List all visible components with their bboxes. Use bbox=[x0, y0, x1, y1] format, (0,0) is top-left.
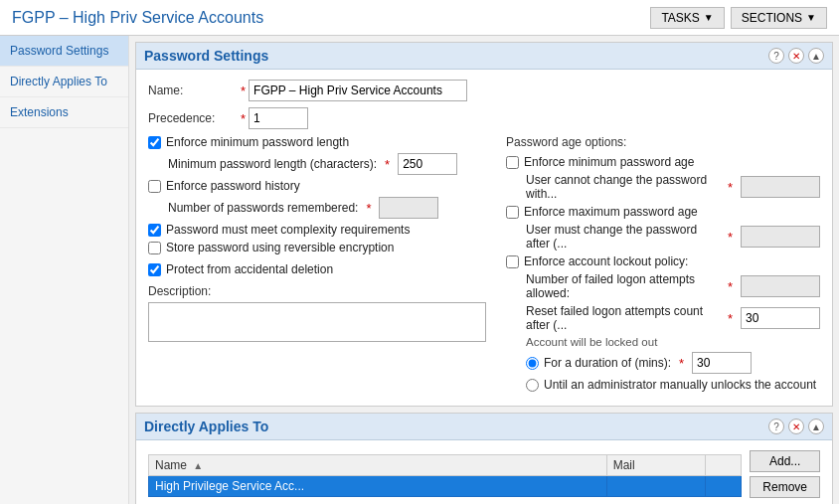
reset-failed-row: Reset failed logon attempts count after … bbox=[526, 304, 820, 332]
max-age-checkbox[interactable] bbox=[506, 206, 519, 219]
duration-radio[interactable] bbox=[526, 357, 539, 370]
password-settings-panel: Password Settings ? ✕ ▲ Name: * Preceden… bbox=[135, 42, 833, 407]
panel-header-icons: ? ✕ ▲ bbox=[768, 48, 824, 64]
directly-applies-to-body: Name ▲ Mail bbox=[136, 440, 832, 504]
protect-deletion-checkbox[interactable] bbox=[148, 263, 161, 276]
sidebar-item-password-settings[interactable]: Password Settings bbox=[0, 36, 128, 67]
sidebar-item-directly-applies-to[interactable]: Directly Applies To bbox=[0, 67, 128, 97]
enforce-min-length-checkbox[interactable] bbox=[148, 136, 161, 149]
two-col-layout: Enforce minimum password length Minimum … bbox=[148, 135, 820, 396]
min-length-label: Minimum password length (characters): bbox=[168, 157, 377, 171]
page-title: FGPP – High Priv Service Accounts bbox=[12, 9, 263, 27]
user-must-star: * bbox=[728, 230, 733, 245]
table-row[interactable]: High Privilege Service Acc... bbox=[149, 476, 742, 497]
user-must-change-input[interactable] bbox=[741, 226, 820, 248]
account-locked-label: Account will be locked out bbox=[526, 336, 820, 348]
max-age-row: Enforce maximum password age bbox=[506, 205, 820, 219]
enforce-history-checkbox[interactable] bbox=[148, 180, 161, 193]
complexity-label: Password must meet complexity requiremen… bbox=[166, 223, 410, 237]
min-age-row: Enforce minimum password age bbox=[506, 155, 820, 169]
enforce-min-length-label: Enforce minimum password length bbox=[166, 135, 349, 149]
reversible-checkbox[interactable] bbox=[148, 242, 161, 254]
min-length-input[interactable] bbox=[398, 153, 457, 175]
min-age-label: Enforce minimum password age bbox=[524, 155, 694, 169]
close-icon[interactable]: ✕ bbox=[788, 48, 804, 64]
duration-input[interactable] bbox=[692, 352, 752, 374]
top-bar-actions: TASKS ▼ SECTIONS ▼ bbox=[650, 7, 827, 29]
failed-logon-label: Number of failed logon attempts allowed: bbox=[526, 272, 720, 300]
help-icon[interactable]: ? bbox=[768, 48, 784, 64]
sidebar-item-extensions[interactable]: Extensions bbox=[0, 97, 128, 128]
name-required-star: * bbox=[241, 84, 246, 98]
dat-table-wrap: Name ▲ Mail bbox=[148, 450, 742, 497]
add-button[interactable]: Add... bbox=[750, 450, 820, 472]
passwords-remembered-input[interactable] bbox=[379, 197, 438, 219]
user-must-change-label: User must change the password after (... bbox=[526, 223, 720, 251]
collapse-icon[interactable]: ▲ bbox=[808, 48, 824, 64]
tasks-chevron-icon: ▼ bbox=[704, 12, 714, 23]
dat-table: Name ▲ Mail bbox=[148, 454, 742, 497]
precedence-required-star: * bbox=[241, 111, 246, 126]
reset-failed-star: * bbox=[728, 311, 733, 326]
until-admin-radio[interactable] bbox=[526, 379, 539, 392]
name-row: Name: * bbox=[148, 80, 820, 101]
complexity-row: Password must meet complexity requiremen… bbox=[148, 223, 486, 237]
dat-action-buttons: Add... Remove bbox=[750, 450, 820, 498]
reset-failed-label: Reset failed logon attempts count after … bbox=[526, 304, 720, 332]
enforce-min-length-row: Enforce minimum password length bbox=[148, 135, 486, 149]
dat-panel-header-icons: ? ✕ ▲ bbox=[768, 419, 824, 434]
col-name-header[interactable]: Name ▲ bbox=[149, 455, 607, 476]
password-age-title: Password age options: bbox=[506, 135, 820, 149]
user-cannot-change-input[interactable] bbox=[741, 176, 820, 198]
min-length-required-star: * bbox=[385, 157, 390, 172]
name-input[interactable] bbox=[249, 80, 467, 101]
account-lockout-checkbox[interactable] bbox=[506, 255, 519, 268]
dat-content: Name ▲ Mail bbox=[148, 450, 820, 498]
user-cannot-star: * bbox=[728, 180, 733, 195]
protect-deletion-row: Protect from accidental deletion bbox=[148, 262, 486, 276]
col-name-label: Name bbox=[155, 458, 187, 472]
sections-button[interactable]: SECTIONS ▼ bbox=[731, 7, 827, 29]
content-area: Password Settings ? ✕ ▲ Name: * Preceden… bbox=[129, 36, 839, 504]
description-textarea[interactable] bbox=[148, 302, 486, 342]
reset-failed-input[interactable] bbox=[741, 307, 820, 329]
password-settings-title: Password Settings bbox=[144, 48, 268, 64]
enforce-history-label: Enforce password history bbox=[166, 179, 300, 193]
col-empty-header bbox=[705, 455, 742, 476]
directly-applies-to-header: Directly Applies To ? ✕ ▲ bbox=[136, 414, 832, 440]
user-cannot-change-row: User cannot change the password with... … bbox=[526, 173, 820, 201]
precedence-row: Precedence: * bbox=[148, 107, 820, 129]
col-mail-label: Mail bbox=[613, 458, 635, 472]
tasks-button[interactable]: TASKS ▼ bbox=[650, 7, 724, 29]
min-length-value-row: Minimum password length (characters): * bbox=[168, 153, 486, 175]
precedence-label: Precedence: bbox=[148, 111, 238, 125]
failed-logon-star: * bbox=[728, 279, 733, 294]
dat-collapse-icon[interactable]: ▲ bbox=[808, 419, 824, 434]
sections-label: SECTIONS bbox=[742, 11, 802, 25]
precedence-input[interactable] bbox=[249, 107, 308, 129]
complexity-checkbox[interactable] bbox=[148, 224, 161, 237]
description-label: Description: bbox=[148, 284, 486, 298]
until-admin-label: Until an administrator manually unlocks … bbox=[544, 378, 816, 392]
min-age-checkbox[interactable] bbox=[506, 156, 519, 169]
col-mail-header[interactable]: Mail bbox=[606, 455, 705, 476]
max-age-label: Enforce maximum password age bbox=[524, 205, 698, 219]
passwords-remembered-row: Number of passwords remembered: * bbox=[168, 197, 486, 219]
duration-row: For a duration of (mins): * bbox=[526, 352, 820, 374]
top-bar: FGPP – High Priv Service Accounts TASKS … bbox=[0, 0, 839, 36]
row-empty-cell bbox=[705, 476, 742, 497]
left-column: Enforce minimum password length Minimum … bbox=[148, 135, 486, 396]
enforce-history-row: Enforce password history bbox=[148, 179, 486, 193]
sort-arrow-icon: ▲ bbox=[193, 460, 203, 471]
dat-help-icon[interactable]: ? bbox=[768, 419, 784, 434]
right-column: Password age options: Enforce minimum pa… bbox=[506, 135, 820, 396]
account-lockout-label: Enforce account lockout policy: bbox=[524, 254, 688, 268]
password-settings-header: Password Settings ? ✕ ▲ bbox=[136, 43, 832, 70]
dat-close-icon[interactable]: ✕ bbox=[788, 419, 804, 434]
directly-applies-to-title: Directly Applies To bbox=[144, 419, 268, 434]
remove-button[interactable]: Remove bbox=[750, 476, 820, 498]
failed-logon-input[interactable] bbox=[741, 275, 820, 297]
row-mail-cell bbox=[606, 476, 705, 497]
reversible-label: Store password using reversible encrypti… bbox=[166, 241, 394, 254]
failed-logon-row: Number of failed logon attempts allowed:… bbox=[526, 272, 820, 300]
